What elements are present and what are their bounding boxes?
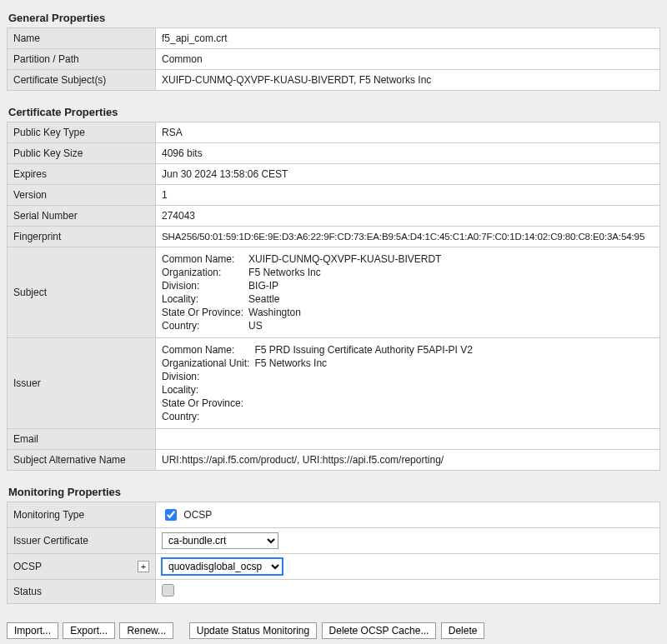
public-key-type-value: RSA — [156, 122, 660, 143]
public-key-size-label: Public Key Size — [8, 143, 156, 164]
table-row: Serial Number 274043 — [8, 206, 660, 227]
subject-cn-val: XUIFD-CUNMQ-QXVPF-KUASU-BIVERDT — [248, 253, 654, 265]
table-row: Partition / Path Common — [8, 49, 660, 70]
subject-loc-key: Locality: — [162, 293, 243, 305]
issuer-loc-val — [254, 384, 654, 396]
renew-button[interactable]: Renew... — [119, 622, 173, 639]
table-row: Certificate Subject(s) XUIFD-CUNMQ-QXVPF… — [8, 70, 660, 91]
issuer-cert-value: ca-bundle.crt — [156, 528, 660, 554]
name-value: f5_api_com.crt — [156, 28, 660, 49]
export-button[interactable]: Export... — [63, 622, 115, 639]
fingerprint-label: Fingerprint — [8, 227, 156, 247]
email-label: Email — [8, 429, 156, 450]
email-value — [156, 429, 660, 450]
table-row: Monitoring Type OCSP — [8, 502, 660, 528]
monitoring-type-value: OCSP — [156, 502, 660, 528]
table-row: Version 1 — [8, 185, 660, 206]
button-bar: Import... Export... Renew... Update Stat… — [7, 614, 660, 639]
version-label: Version — [8, 185, 156, 206]
table-row: Public Key Size 4096 bits — [8, 143, 660, 164]
table-row: Subject Alternative Name URI:https://api… — [8, 450, 660, 471]
subject-cty-val: US — [248, 320, 654, 332]
delete-button[interactable]: Delete — [441, 622, 485, 639]
public-key-size-value: 4096 bits — [156, 143, 660, 164]
general-properties-title: General Properties — [7, 7, 660, 27]
ocsp-add-button[interactable]: + — [138, 561, 149, 572]
expires-value: Jun 30 2024 13:58:06 CEST — [156, 164, 660, 185]
subject-cty-key: Country: — [162, 320, 243, 332]
certificate-properties-title: Certificate Properties — [7, 101, 660, 122]
issuer-ou-val: F5 Networks Inc — [254, 357, 654, 369]
ocsp-label-text: OCSP — [13, 561, 42, 572]
issuer-cty-key: Country: — [162, 411, 249, 422]
serial-number-label: Serial Number — [8, 206, 156, 227]
general-properties-section: General Properties Name f5_api_com.crt P… — [7, 7, 660, 91]
fingerprint-value: SHA256/50:01:59:1D:6E:9E:D3:A6:22:9F:CD:… — [156, 227, 660, 247]
cert-subjects-label: Certificate Subject(s) — [8, 70, 156, 91]
ocsp-select[interactable]: quovadisglobal_ocsp — [162, 558, 283, 575]
subject-sop-key: State Or Province: — [162, 307, 243, 318]
table-row: Subject Common Name: XUIFD-CUNMQ-QXVPF-K… — [8, 247, 660, 338]
status-label: Status — [8, 580, 156, 604]
import-button[interactable]: Import... — [7, 622, 58, 639]
certificate-properties-table: Public Key Type RSA Public Key Size 4096… — [7, 122, 660, 471]
issuer-label: Issuer — [8, 338, 156, 429]
subject-label: Subject — [8, 247, 156, 338]
ocsp-value: quovadisglobal_ocsp — [156, 554, 660, 580]
issuer-cert-label: Issuer Certificate — [8, 528, 156, 554]
certificate-properties-section: Certificate Properties Public Key Type R… — [7, 101, 660, 471]
table-row: Issuer Common Name: F5 PRD Issuing Certi… — [8, 338, 660, 429]
subject-cn-key: Common Name: — [162, 253, 243, 265]
monitoring-properties-table: Monitoring Type OCSP Issuer Certificate … — [7, 502, 660, 604]
public-key-type-label: Public Key Type — [8, 122, 156, 143]
san-value: URI:https://api.f5.com/product/, URI:htt… — [156, 450, 660, 471]
san-label: Subject Alternative Name — [8, 450, 156, 471]
issuer-cn-key: Common Name: — [162, 344, 249, 356]
serial-number-value: 274043 — [156, 206, 660, 227]
issuer-cty-val — [254, 411, 654, 422]
table-row: Status — [8, 580, 660, 604]
partition-label: Partition / Path — [8, 49, 156, 70]
table-row: Expires Jun 30 2024 13:58:06 CEST — [8, 164, 660, 185]
issuer-ou-key: Organizational Unit: — [162, 357, 249, 369]
table-row: Issuer Certificate ca-bundle.crt — [8, 528, 660, 554]
issuer-sop-key: State Or Province: — [162, 397, 249, 409]
partition-value: Common — [156, 49, 660, 70]
subject-value: Common Name: XUIFD-CUNMQ-QXVPF-KUASU-BIV… — [156, 247, 660, 338]
general-properties-table: Name f5_api_com.crt Partition / Path Com… — [7, 27, 660, 91]
issuer-div-val — [254, 371, 654, 382]
table-row: Email — [8, 429, 660, 450]
name-label: Name — [8, 28, 156, 49]
subject-org-val: F5 Networks Inc — [248, 267, 654, 278]
status-value — [156, 580, 660, 604]
ocsp-label: OCSP + — [8, 554, 156, 580]
issuer-value: Common Name: F5 PRD Issuing Certificate … — [156, 338, 660, 429]
update-status-monitoring-button[interactable]: Update Status Monitoring — [189, 622, 317, 639]
table-row: OCSP + quovadisglobal_ocsp — [8, 554, 660, 580]
status-indicator-icon — [162, 584, 174, 597]
subject-loc-val: Seattle — [248, 293, 654, 305]
subject-div-val: BIG-IP — [248, 280, 654, 292]
issuer-div-key: Division: — [162, 371, 249, 382]
issuer-loc-key: Locality: — [162, 384, 249, 396]
monitoring-type-label: Monitoring Type — [8, 502, 156, 528]
monitoring-properties-section: Monitoring Properties Monitoring Type OC… — [7, 481, 660, 604]
monitoring-type-checkbox[interactable] — [165, 509, 177, 521]
table-row: Name f5_api_com.crt — [8, 28, 660, 49]
expires-label: Expires — [8, 164, 156, 185]
subject-org-key: Organization: — [162, 267, 243, 278]
issuer-cn-val: F5 PRD Issuing Certificate Authority F5A… — [254, 344, 654, 356]
delete-ocsp-cache-button[interactable]: Delete OCSP Cache... — [322, 622, 437, 639]
table-row: Fingerprint SHA256/50:01:59:1D:6E:9E:D3:… — [8, 227, 660, 247]
subject-sop-val: Washington — [248, 307, 654, 318]
table-row: Public Key Type RSA — [8, 122, 660, 143]
subject-div-key: Division: — [162, 280, 243, 292]
issuer-cert-select[interactable]: ca-bundle.crt — [162, 532, 278, 549]
monitoring-properties-title: Monitoring Properties — [7, 481, 660, 502]
cert-subjects-value: XUIFD-CUNMQ-QXVPF-KUASU-BIVERDT, F5 Netw… — [156, 70, 660, 91]
monitoring-type-check-label: OCSP — [183, 509, 212, 521]
version-value: 1 — [156, 185, 660, 206]
issuer-sop-val — [254, 397, 654, 409]
